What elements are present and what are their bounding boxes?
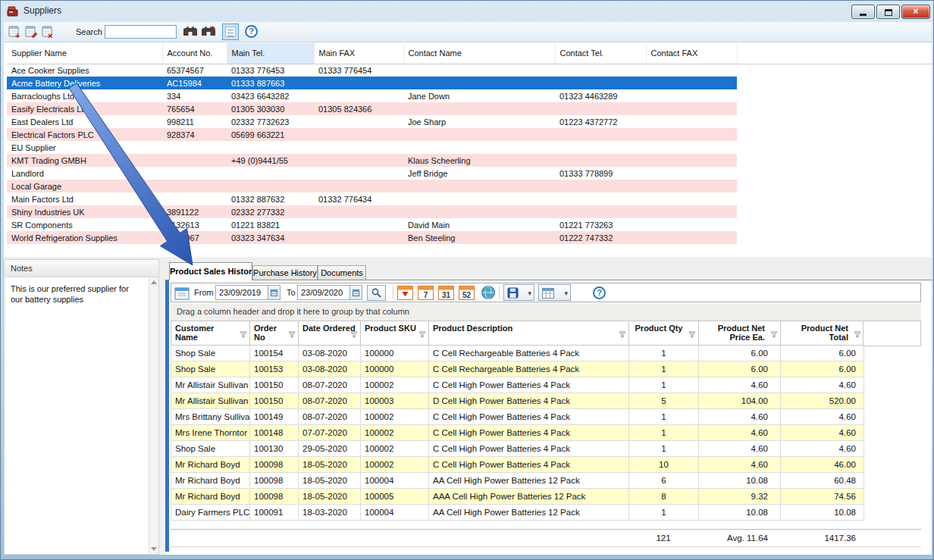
supplier-row[interactable]: World Refrigeration Supplies534006703323…: [7, 231, 737, 244]
to-date-picker-button[interactable]: [349, 286, 362, 299]
help-button[interactable]: ?: [245, 25, 258, 38]
sales-row[interactable]: Mr Richard Boyd10009818-05-2020100005AAA…: [171, 489, 864, 505]
col-product-qty[interactable]: Product Qty: [629, 321, 699, 346]
col-order-no[interactable]: Order No: [250, 321, 299, 346]
supplier-row[interactable]: SR Components713261301221 83821David Mai…: [7, 218, 737, 231]
sales-row[interactable]: Mr Allistair Sullivan10015008-07-2020100…: [171, 377, 864, 393]
today-range-button[interactable]: [397, 285, 414, 301]
col-supplier-name[interactable]: Supplier Name: [7, 43, 162, 64]
tab-product-sales-history[interactable]: Product Sales History: [169, 262, 252, 280]
group-by-bar[interactable]: Drag a column header and drop it here to…: [171, 303, 921, 321]
col-main-tel[interactable]: Main Tel.: [227, 43, 314, 64]
cell: [314, 154, 403, 167]
supplier-row[interactable]: Ace Cooker Supplies6537456701333 7764530…: [7, 64, 737, 77]
supplier-row[interactable]: KMT Trading GMBH+49 (0)9441/55Klaus Sche…: [7, 154, 737, 167]
export-button[interactable]: ▾: [503, 284, 534, 301]
from-date-picker-button[interactable]: [268, 286, 280, 299]
cell: 100000: [361, 346, 429, 361]
cell: [314, 205, 403, 218]
filter-icon[interactable]: [350, 330, 358, 339]
scroll-up-icon[interactable]: [151, 280, 157, 284]
delete-supplier-button[interactable]: ×: [40, 24, 55, 42]
sales-row[interactable]: Dairy Farmers PLC10009118-03-2020100004A…: [171, 505, 864, 521]
year-range-button[interactable]: 52: [459, 285, 475, 301]
week-range-button[interactable]: 7: [418, 285, 434, 301]
filter-icon[interactable]: [418, 330, 426, 339]
supplier-row[interactable]: Main Factors Ltd01332 88763201332 776434: [7, 192, 737, 205]
to-date-field[interactable]: 23/09/2020: [297, 285, 362, 300]
sales-row[interactable]: Shop Sale10015303-08-2020100000C Cell Re…: [171, 361, 864, 377]
scroll-down-icon[interactable]: [151, 547, 157, 551]
cell: 100150: [250, 393, 299, 409]
notes-scrollbar[interactable]: [149, 277, 158, 554]
sales-row[interactable]: Mrs Irene Thorntor10014807-07-2020100002…: [171, 425, 864, 441]
filter-icon[interactable]: [288, 330, 296, 339]
edit-supplier-button[interactable]: [24, 24, 39, 42]
col-account-no[interactable]: Account No.: [162, 43, 227, 64]
supplier-row[interactable]: Barracloughs Ltd33403423 6643282Jane Dow…: [7, 89, 737, 102]
find-next-button[interactable]: [201, 26, 216, 40]
col-product-sku[interactable]: Product SKU: [361, 321, 429, 346]
cell: Mrs Brittany Sulliva: [171, 409, 250, 425]
apply-filter-button[interactable]: [367, 285, 386, 301]
supplier-row[interactable]: Electrical Factors PLC92837405699 663221: [7, 128, 737, 141]
supplier-row[interactable]: EU Supplier: [7, 141, 737, 154]
edit-record-icon: [24, 24, 39, 39]
supplier-row[interactable]: East Dealers Ltd99821102332 7732623Joe S…: [7, 115, 737, 128]
from-date-field[interactable]: 23/09/2019: [215, 285, 281, 300]
sales-row[interactable]: Mrs Brittany Sulliva10014908-07-20201000…: [171, 409, 864, 425]
sales-row[interactable]: Shop Sale10015403-08-2020100000C Cell Re…: [171, 346, 864, 361]
cell: 01332 776434: [314, 192, 403, 205]
minimize-icon: [860, 14, 867, 16]
supplier-row[interactable]: LandlordJeff Bridge01333 778899: [7, 167, 737, 180]
grid-help-button[interactable]: ?: [593, 286, 606, 299]
supplier-row[interactable]: Shiny Industries UK389112202332 277332: [7, 205, 737, 218]
month-range-button[interactable]: 31: [438, 285, 455, 301]
close-button[interactable]: ×: [901, 5, 930, 19]
column-chooser-button[interactable]: ▾: [538, 284, 571, 301]
col-product-net-total[interactable]: Product Net Total: [781, 321, 864, 346]
filter-icon[interactable]: [770, 330, 778, 339]
new-supplier-button[interactable]: +: [7, 24, 22, 42]
sales-row[interactable]: Shop Sale10013029-05-2020100002C Cell Hi…: [171, 441, 864, 457]
find-button[interactable]: [183, 26, 198, 40]
filter-icon[interactable]: [240, 330, 247, 339]
col-label: Order No: [254, 324, 277, 342]
filter-icon[interactable]: [619, 330, 626, 339]
all-dates-button[interactable]: [481, 285, 497, 301]
tab-documents[interactable]: Documents: [318, 265, 366, 280]
col-label: Product Net Price Ea.: [718, 324, 765, 342]
supplier-row[interactable]: Local Garage: [7, 180, 737, 192]
title-bar[interactable]: Suppliers ×: [1, 1, 934, 22]
cell: 6.00: [699, 361, 781, 377]
col-contact-name[interactable]: Contact Name: [403, 43, 555, 64]
sales-row[interactable]: Mr Allistair Sullivan10015008-07-2020100…: [171, 393, 864, 409]
col-product-net-price[interactable]: Product Net Price Ea.: [699, 321, 781, 346]
cell: 01333 887663: [227, 77, 314, 89]
empty-header-cell: [863, 321, 921, 346]
col-customer-name[interactable]: Customer Name: [171, 321, 250, 346]
supplier-row[interactable]: Easify Electricals Ltd76565401305 303030…: [7, 102, 737, 115]
supplier-row[interactable]: Acme Battery DeliveriesAC1598401333 8876…: [7, 77, 737, 89]
col-product-description[interactable]: Product Description: [429, 321, 629, 346]
filter-icon[interactable]: [854, 330, 861, 339]
week-calendar-icon: 7: [418, 285, 434, 300]
cell: [314, 167, 403, 180]
minimize-button[interactable]: [851, 5, 875, 19]
col-main-fax[interactable]: Main FAX: [314, 43, 403, 64]
filter-icon[interactable]: [688, 330, 696, 339]
search-input[interactable]: [105, 25, 177, 39]
cell: 10.08: [781, 505, 864, 521]
view-toggle-button[interactable]: [222, 23, 239, 40]
sales-row[interactable]: Mr Richard Boyd10009818-05-2020100004AA …: [171, 473, 864, 489]
maximize-button[interactable]: [876, 5, 900, 19]
sales-row[interactable]: Mr Richard Boyd10009818-05-2020100002C C…: [171, 457, 864, 473]
col-contact-fax[interactable]: Contact FAX: [646, 43, 737, 64]
cell: Local Garage: [7, 180, 162, 192]
cell: 100002: [361, 377, 429, 393]
cell: 46.00: [781, 457, 864, 473]
tab-purchase-history[interactable]: Purchase History: [252, 265, 318, 280]
col-contact-tel[interactable]: Contact Tel.: [555, 43, 646, 64]
cell: 100148: [250, 425, 299, 441]
col-date-ordered[interactable]: Date Ordered: [299, 321, 361, 346]
